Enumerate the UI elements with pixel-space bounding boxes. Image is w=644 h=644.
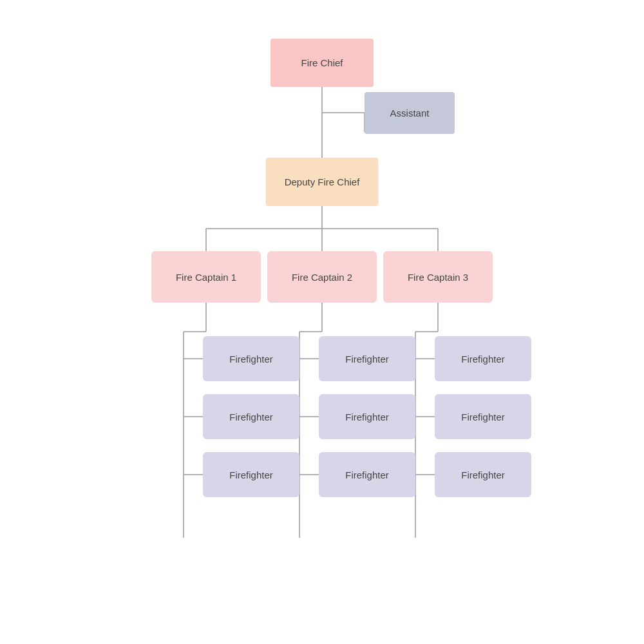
ff1-1-node: Firefighter <box>203 336 299 381</box>
captain1-label: Fire Captain 1 <box>176 272 236 283</box>
assistant-label: Assistant <box>390 108 430 118</box>
ff2-3-node: Firefighter <box>319 452 415 497</box>
ff3-3-node: Firefighter <box>435 452 531 497</box>
deputy-node: Deputy Fire Chief <box>266 158 379 206</box>
ff2-2-label: Firefighter <box>345 412 389 422</box>
org-chart: Fire Chief Assistant Deputy Fire Chief F… <box>0 0 644 644</box>
captain2-node: Fire Captain 2 <box>267 251 377 303</box>
ff3-2-label: Firefighter <box>461 412 505 422</box>
ff2-2-node: Firefighter <box>319 394 415 439</box>
captain1-node: Fire Captain 1 <box>151 251 261 303</box>
ff3-2-node: Firefighter <box>435 394 531 439</box>
captain3-label: Fire Captain 3 <box>408 272 468 283</box>
ff2-1-node: Firefighter <box>319 336 415 381</box>
assistant-node: Assistant <box>365 92 455 134</box>
ff3-3-label: Firefighter <box>461 469 505 480</box>
ff1-3-label: Firefighter <box>229 469 273 480</box>
deputy-label: Deputy Fire Chief <box>285 176 360 187</box>
ff3-1-node: Firefighter <box>435 336 531 381</box>
ff1-2-node: Firefighter <box>203 394 299 439</box>
connector-lines <box>0 0 644 644</box>
fire-chief-label: Fire Chief <box>301 57 343 68</box>
ff3-1-label: Firefighter <box>461 354 505 365</box>
ff1-1-label: Firefighter <box>229 354 273 365</box>
ff2-3-label: Firefighter <box>345 469 389 480</box>
ff2-1-label: Firefighter <box>345 354 389 365</box>
ff1-3-node: Firefighter <box>203 452 299 497</box>
ff1-2-label: Firefighter <box>229 412 273 422</box>
captain3-node: Fire Captain 3 <box>383 251 493 303</box>
fire-chief-node: Fire Chief <box>270 39 374 87</box>
captain2-label: Fire Captain 2 <box>292 272 352 283</box>
